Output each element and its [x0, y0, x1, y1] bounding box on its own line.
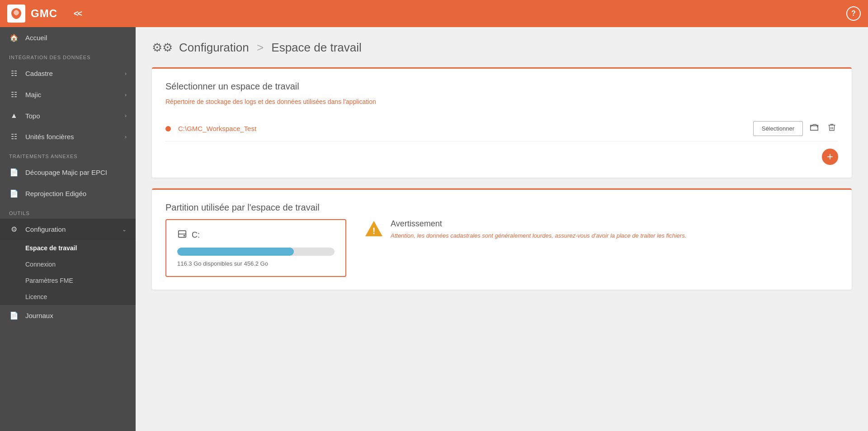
majic-icon: ☷ — [9, 90, 19, 99]
workspace-item: C:\GMC_Workspace_Test Sélectionner — [165, 116, 838, 141]
sidebar-item-decoupage[interactable]: 📄 Découpage Majic par EPCI — [0, 162, 136, 183]
section-label-outils: OUTILS — [0, 204, 136, 219]
add-btn-row: + — [165, 141, 838, 165]
chevron-right-icon: › — [125, 92, 127, 98]
workspace-actions: Sélectionner — [753, 121, 838, 136]
sidebar-label-reprojection: Reprojection Edigéo — [25, 190, 86, 197]
workspace-status-dot — [165, 126, 171, 131]
page-header: ⚙⚙ Configuration > Espace de travail — [152, 41, 852, 55]
decoupage-icon: 📄 — [9, 168, 19, 177]
sidebar-label-journaux: Journaux — [25, 312, 53, 319]
top-header: GMC << ? — [0, 0, 868, 27]
drive-label: C: — [192, 230, 200, 240]
sidebar-label-unites: Unités foncières — [25, 133, 74, 141]
sidebar: 🏠 Accueil INTÉGRATION DES DONNÉES ☷ Cada… — [0, 27, 136, 431]
sidebar-sub-item-parametres-fme[interactable]: Paramètres FME — [0, 272, 136, 289]
warning-content: Avertissement Attention, les données cad… — [391, 219, 686, 240]
main-layout: 🏠 Accueil INTÉGRATION DES DONNÉES ☷ Cada… — [0, 27, 868, 431]
configuration-icon: ⚙ — [9, 225, 19, 234]
svg-text:!: ! — [373, 226, 376, 236]
disk-progress-fill — [177, 248, 294, 256]
sidebar-item-topo[interactable]: ▲ Topo › — [0, 105, 136, 126]
sidebar-item-journaux[interactable]: 📄 Journaux — [0, 305, 136, 326]
page-title: Configuration > Espace de travail — [179, 41, 362, 55]
folder-open-icon[interactable] — [807, 121, 821, 136]
sidebar-item-unites[interactable]: ☷ Unités foncières › — [0, 126, 136, 147]
sidebar-label-cadastre: Cadastre — [25, 70, 53, 77]
workspace-path: C:\GMC_Workspace_Test — [178, 125, 746, 132]
warning-text: Attention, les données cadastrales sont … — [391, 231, 686, 240]
add-workspace-button[interactable]: + — [822, 149, 838, 165]
chevron-right-icon: › — [125, 70, 127, 77]
content-area: ⚙⚙ Configuration > Espace de travail Sél… — [136, 27, 868, 431]
delete-icon[interactable] — [826, 121, 838, 136]
partition-content: C: 116.3 Go disponibles sur 456.2 Go ! — [165, 219, 838, 277]
select-button[interactable]: Sélectionner — [753, 121, 803, 136]
sidebar-item-accueil[interactable]: 🏠 Accueil — [0, 27, 136, 48]
sidebar-item-cadastre[interactable]: ☷ Cadastre › — [0, 63, 136, 84]
sidebar-item-reprojection[interactable]: 📄 Reprojection Edigéo — [0, 183, 136, 204]
svg-point-2 — [184, 235, 185, 236]
collapse-button[interactable]: << — [74, 9, 81, 19]
sidebar-item-configuration[interactable]: ⚙ Configuration ⌄ — [0, 219, 136, 240]
logo-area: GMC << — [7, 5, 81, 23]
partition-card: Partition utilisée par l'espace de trava… — [152, 188, 852, 290]
warning-title: Avertissement — [391, 219, 686, 229]
sidebar-sub-item-licence[interactable]: Licence — [0, 289, 136, 305]
disk-progress-bar — [177, 248, 335, 256]
topo-icon: ▲ — [9, 112, 19, 120]
unites-icon: ☷ — [9, 132, 19, 141]
chevron-down-icon: ⌄ — [122, 226, 127, 233]
warning-icon: ! — [364, 219, 383, 242]
journaux-icon: 📄 — [9, 311, 19, 320]
partition-box: C: 116.3 Go disponibles sur 456.2 Go — [165, 219, 346, 277]
workspace-card: Sélectionner un espace de travail Répert… — [152, 67, 852, 178]
chevron-right-icon: › — [125, 112, 127, 119]
sidebar-label-topo: Topo — [25, 112, 40, 120]
sidebar-item-majic[interactable]: ☷ Majic › — [0, 84, 136, 105]
configuration-sub-menu: Espace de travail Connexion Paramètres F… — [0, 240, 136, 305]
partition-card-title: Partition utilisée par l'espace de trava… — [165, 202, 838, 213]
reprojection-icon: 📄 — [9, 189, 19, 198]
sidebar-label-configuration: Configuration — [25, 225, 66, 233]
partition-drive: C: — [177, 229, 335, 241]
warning-box: ! Avertissement Attention, les données c… — [364, 219, 838, 242]
sidebar-label-decoupage: Découpage Majic par EPCI — [25, 169, 107, 176]
sidebar-label-accueil: Accueil — [25, 34, 47, 42]
logo-icon — [7, 5, 25, 23]
chevron-right-icon: › — [125, 134, 127, 140]
sidebar-label-majic: Majic — [25, 91, 41, 98]
sidebar-sub-item-espace-de-travail[interactable]: Espace de travail — [0, 240, 136, 256]
drive-icon — [177, 229, 187, 241]
page-header-icon: ⚙⚙ — [152, 41, 173, 55]
workspace-card-subtitle: Répertoire de stockage des logs et des d… — [165, 98, 838, 105]
breadcrumb-separator: > — [257, 41, 264, 54]
section-label-integration: INTÉGRATION DES DONNÉES — [0, 48, 136, 63]
home-icon: 🏠 — [9, 33, 19, 42]
breadcrumb-current: Espace de travail — [271, 41, 361, 54]
app-name: GMC — [31, 7, 57, 20]
help-button[interactable]: ? — [846, 6, 861, 21]
breadcrumb-parent: Configuration — [179, 41, 249, 54]
sidebar-sub-item-connexion[interactable]: Connexion — [0, 256, 136, 272]
workspace-card-title: Sélectionner un espace de travail — [165, 81, 838, 92]
disk-info: 116.3 Go disponibles sur 456.2 Go — [177, 260, 335, 267]
section-label-traitements: TRAITEMENTS ANNEXES — [0, 147, 136, 162]
cadastre-icon: ☷ — [9, 69, 19, 78]
